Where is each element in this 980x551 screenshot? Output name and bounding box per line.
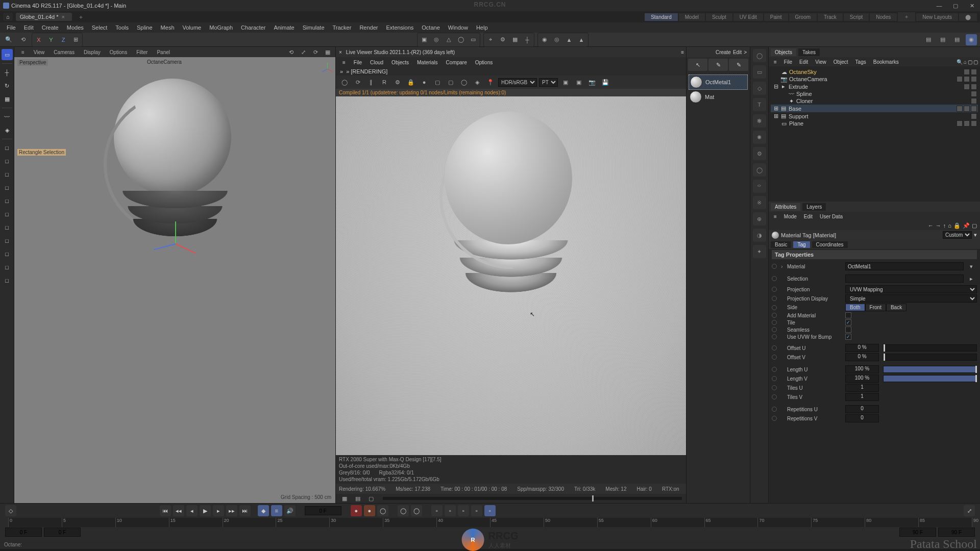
lv-save-icon[interactable]: 💾: [600, 77, 611, 88]
vpmenu-filter[interactable]: Filter: [132, 48, 152, 56]
vpmenu-display[interactable]: Display: [80, 48, 105, 56]
left-tool-1[interactable]: ┼: [2, 67, 13, 78]
home-tab[interactable]: ⌂: [3, 13, 13, 21]
lv-colorspace-select[interactable]: HDR/sRGB: [498, 78, 537, 87]
gear-icon[interactable]: ⚙: [497, 34, 508, 45]
search-icon[interactable]: 🔍: [3, 34, 14, 45]
viewport-rotate-icon[interactable]: ⟳: [310, 46, 321, 58]
palette-icon-7[interactable]: ◯: [753, 163, 766, 177]
tl-play[interactable]: ▶: [200, 505, 211, 516]
lvmenu-objects[interactable]: Objects: [388, 59, 412, 66]
snap-icon[interactable]: ⌖: [485, 34, 496, 45]
object-tag-icon[interactable]: [971, 69, 977, 75]
objmenu-object[interactable]: Object: [830, 59, 851, 65]
object-tag-icon[interactable]: [971, 120, 977, 127]
object-tag-icon[interactable]: [971, 106, 977, 112]
palette-icon-3[interactable]: T: [753, 98, 766, 111]
menu-render[interactable]: Render: [356, 23, 381, 32]
palette-icon-8[interactable]: ⌔: [753, 180, 766, 193]
menu-mesh[interactable]: Mesh: [157, 23, 178, 32]
lv-cube2-icon[interactable]: ▣: [573, 77, 584, 88]
tl-q1[interactable]: ◯: [398, 505, 409, 516]
maximize-button[interactable]: ▢: [947, 0, 964, 11]
palette-icon-12[interactable]: ✦: [753, 245, 766, 258]
objmenu-icon-2[interactable]: ▢: [968, 59, 972, 65]
tl-q2[interactable]: ◯: [411, 505, 422, 516]
palette-icon-10[interactable]: ⊕: [753, 212, 766, 226]
menu-help[interactable]: Help: [473, 23, 492, 32]
menu-file[interactable]: File: [3, 23, 19, 32]
layout-groom[interactable]: Groom: [789, 13, 817, 21]
objmenu-file[interactable]: File: [781, 59, 795, 65]
left-tool-4[interactable]: 〰: [2, 111, 13, 122]
layout-model[interactable]: Model: [679, 13, 705, 21]
object-tag-icon[interactable]: [971, 76, 977, 82]
object-tag-icon[interactable]: [964, 106, 970, 112]
tl-record-all[interactable]: ●: [364, 505, 375, 516]
createmenu-edit[interactable]: Edit: [733, 49, 742, 55]
tl-prev-key[interactable]: ◂◂: [173, 505, 184, 516]
tl-next-key[interactable]: ▸▸: [226, 505, 237, 516]
tl-keyopts[interactable]: ≡: [271, 505, 282, 516]
lv-sq4-icon[interactable]: ◈: [472, 77, 483, 88]
attr-preset-gear-icon[interactable]: ▾: [974, 232, 977, 238]
attr-projdisp-select[interactable]: Simple: [845, 294, 977, 303]
create-pointer-icon[interactable]: ↖: [688, 59, 707, 71]
layout-paint[interactable]: Paint: [764, 13, 788, 21]
side-both[interactable]: Both: [845, 304, 865, 311]
new-layouts-button[interactable]: New Layouts: [916, 13, 958, 21]
objmenu-icon-0[interactable]: 🔍: [957, 59, 963, 65]
left-tool-0[interactable]: ▭: [2, 49, 13, 60]
lvmenu-materials[interactable]: Materials: [413, 59, 442, 66]
menu-character[interactable]: Character: [237, 23, 269, 32]
menu-tracker[interactable]: Tracker: [329, 23, 355, 32]
tl-record[interactable]: ●: [351, 505, 362, 516]
tl-next-frame[interactable]: ▸: [213, 505, 224, 516]
menu-volume[interactable]: Volume: [179, 23, 205, 32]
objmenu-tags[interactable]: Tags: [852, 59, 869, 65]
document-tab[interactable]: Globe_01.c4d * ×: [16, 13, 72, 21]
tree-expander-icon[interactable]: ⊞: [774, 113, 778, 119]
subtab-tag[interactable]: Tag: [793, 241, 810, 248]
tl-autokey[interactable]: ◆: [258, 505, 269, 516]
attr-addmat-check[interactable]: [845, 312, 851, 318]
createmenu-create[interactable]: Create: [716, 49, 731, 55]
attr-offv-slider[interactable]: [883, 354, 977, 361]
lv-camera-icon[interactable]: 📷: [586, 77, 598, 88]
menu-tools[interactable]: Tools: [112, 23, 132, 32]
layout-add[interactable]: ＋: [898, 12, 915, 21]
vpmenu-panel[interactable]: Panel: [153, 48, 174, 56]
tab-layers[interactable]: Layers: [802, 203, 826, 211]
left-tool-2[interactable]: ↻: [2, 80, 13, 91]
objmenu-icon-3[interactable]: ▢: [973, 59, 978, 65]
axis-z-toggle[interactable]: Z: [58, 34, 69, 45]
tab-takes[interactable]: Takes: [798, 48, 820, 56]
tl-range-start2[interactable]: [44, 528, 81, 537]
tl-range-end2[interactable]: [938, 528, 975, 537]
left-tool-14[interactable]: □: [2, 248, 13, 260]
lv-zoom-slider[interactable]: [592, 495, 594, 502]
attr-selection-pick-icon[interactable]: ▸: [966, 273, 977, 284]
object-tag-icon[interactable]: [971, 91, 977, 97]
attr-home-icon[interactable]: ⌂: [948, 222, 951, 229]
lv-sq3-icon[interactable]: ◯: [458, 77, 470, 88]
tl-sound-icon[interactable]: 🔊: [284, 505, 296, 516]
objmenu-bookmarks[interactable]: Bookmarks: [870, 59, 902, 65]
palette-icon-11[interactable]: ◑: [753, 229, 766, 242]
layout-track[interactable]: Track: [818, 13, 843, 21]
attr-lock-icon[interactable]: 🔒: [953, 222, 961, 229]
tree-expander-icon[interactable]: ⊟: [774, 83, 778, 90]
attr-pin-icon[interactable]: 📌: [963, 222, 970, 229]
left-tool-5[interactable]: ◈: [2, 124, 13, 136]
menu-octane[interactable]: Octane: [418, 23, 443, 32]
palette-icon-5[interactable]: ✺: [753, 131, 766, 144]
object-tag-icon[interactable]: [957, 106, 963, 112]
left-tool-10[interactable]: □: [2, 195, 13, 207]
sphere-icon[interactable]: ◯: [455, 34, 467, 45]
lv-vm-large-icon[interactable]: ▢: [365, 493, 377, 504]
side-front[interactable]: Front: [865, 304, 886, 311]
object-tag-icon[interactable]: [964, 84, 970, 90]
vpmenu-options[interactable]: Options: [106, 48, 131, 56]
menu-mograph[interactable]: MoGraph: [206, 23, 236, 32]
lv-pin-icon[interactable]: 📍: [485, 77, 496, 88]
